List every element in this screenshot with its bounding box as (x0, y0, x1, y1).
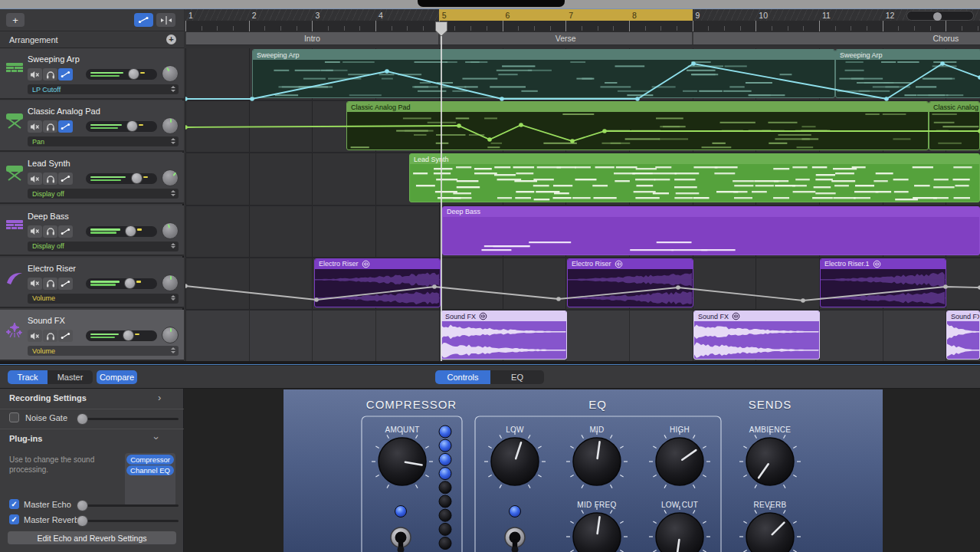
chevron-down-icon[interactable]: › (151, 436, 162, 439)
solo-button[interactable] (43, 68, 57, 80)
track-automation-button[interactable] (58, 68, 73, 80)
volume-slider-thumb[interactable] (123, 330, 134, 341)
knob-high[interactable] (649, 431, 710, 488)
cycle-region[interactable] (439, 9, 693, 21)
track-header-deep-bass[interactable]: Deep Bass Display off (0, 205, 184, 257)
playhead-line[interactable] (441, 21, 442, 362)
catch-playhead-button[interactable] (156, 13, 175, 27)
edit-echo-reverb-button[interactable]: Edit Echo and Reverb Settings (8, 531, 176, 544)
knob-mid[interactable] (566, 431, 628, 488)
knob-amount[interactable] (372, 431, 433, 488)
knob-low[interactable] (484, 431, 546, 488)
volume-slider-thumb[interactable] (131, 172, 143, 184)
window-split-divider[interactable] (0, 361, 980, 365)
solo-button[interactable] (43, 120, 57, 133)
track-header-sound-fx[interactable]: Sound FX Volume (0, 310, 184, 361)
solo-button[interactable] (43, 172, 57, 185)
track-name[interactable]: Lead Synth (28, 159, 70, 168)
show-automation-button[interactable] (134, 13, 153, 27)
automation-parameter-dropdown[interactable]: Pan (28, 136, 179, 146)
mute-button[interactable] (28, 278, 42, 290)
master-reverb-slider[interactable] (80, 520, 179, 522)
track-header-lead-synth[interactable]: Lead Synth Display off (0, 153, 184, 204)
volume-slider-thumb[interactable] (126, 120, 138, 132)
pan-knob[interactable] (162, 169, 179, 186)
noise-gate-slider[interactable] (80, 418, 179, 420)
automation-parameter-dropdown[interactable]: LP Cutoff (28, 84, 179, 94)
chevron-right-icon[interactable]: › (158, 392, 161, 403)
arrangement-section-intro[interactable]: Intro (185, 32, 439, 44)
track-header-sweeping-arp[interactable]: Sweeping Arp LP Cutoff (0, 48, 184, 100)
track-automation-button[interactable] (58, 278, 73, 290)
mute-button[interactable] (28, 225, 42, 238)
track-tab[interactable]: Track (8, 370, 48, 384)
track-header-electro-riser[interactable]: Electro Riser Volume (0, 258, 184, 309)
master-reverb-slider-thumb[interactable] (77, 515, 88, 527)
track-name[interactable]: Deep Bass (28, 212, 69, 221)
volume-slider-thumb[interactable] (125, 225, 136, 237)
automation-curves[interactable] (185, 48, 980, 362)
pan-knob[interactable] (162, 117, 179, 134)
automation-parameter-dropdown[interactable]: Display off (28, 189, 179, 199)
solo-button[interactable] (43, 225, 57, 238)
ruler-ticks[interactable] (185, 21, 980, 31)
track-name[interactable]: Classic Analog Pad (28, 107, 100, 116)
horizontal-zoom-slider[interactable] (906, 11, 974, 21)
mute-button[interactable] (28, 68, 42, 80)
track-automation-button[interactable] (58, 330, 73, 342)
noise-gate-slider-thumb[interactable] (77, 413, 88, 425)
pan-knob[interactable] (162, 65, 179, 82)
volume-slider[interactable] (86, 226, 157, 237)
track-automation-button[interactable] (58, 172, 73, 185)
plugins-label[interactable]: Plug-ins (9, 434, 42, 443)
automation-parameter-dropdown[interactable]: Volume (28, 294, 179, 304)
controls-tab[interactable]: Controls (435, 370, 490, 384)
volume-slider[interactable] (86, 69, 157, 80)
arrangement-section-verse[interactable]: Verse (439, 32, 693, 44)
track-automation-button[interactable] (58, 120, 73, 133)
track-header-classic-analog-pad[interactable]: Classic Analog Pad Pan (0, 100, 184, 152)
master-echo-slider-thumb[interactable] (77, 500, 88, 511)
volume-slider-thumb[interactable] (128, 68, 139, 80)
volume-slider[interactable] (86, 330, 157, 341)
noise-gate-checkbox[interactable] (9, 412, 19, 422)
pan-knob[interactable] (162, 222, 179, 239)
zoom-slider-thumb[interactable] (933, 12, 942, 21)
knob-mid-freq[interactable] (566, 506, 628, 552)
master-echo-slider[interactable] (80, 504, 179, 507)
plugin-channel-eq-button[interactable]: Channel EQ (126, 465, 174, 475)
power-toggle-switch[interactable] (505, 527, 525, 552)
pan-knob[interactable] (162, 327, 179, 343)
volume-slider[interactable] (86, 278, 157, 289)
master-reverb-checkbox[interactable]: ✓ (9, 514, 19, 524)
recording-settings-label[interactable]: Recording Settings (9, 393, 87, 402)
knob-reverb[interactable] (739, 506, 801, 552)
eq-tab[interactable]: EQ (490, 370, 544, 384)
volume-slider[interactable] (86, 121, 157, 132)
compare-button[interactable]: Compare (97, 370, 137, 384)
pan-knob[interactable] (162, 274, 179, 291)
track-name[interactable]: Sweeping Arp (28, 54, 80, 64)
automation-parameter-dropdown[interactable]: Volume (28, 346, 179, 356)
knob-ambience[interactable] (739, 431, 801, 488)
mute-button[interactable] (28, 120, 42, 133)
volume-slider[interactable] (86, 173, 157, 184)
add-track-button[interactable]: + (6, 13, 25, 27)
knob-low-cut[interactable] (649, 506, 710, 552)
automation-parameter-dropdown[interactable]: Display off (28, 242, 179, 251)
track-name[interactable]: Electro Riser (28, 264, 76, 273)
plugin-compressor-button[interactable]: Compressor (126, 455, 174, 465)
volume-slider-thumb[interactable] (124, 278, 136, 289)
solo-button[interactable] (43, 278, 57, 290)
add-arrangement-marker-button[interactable]: + (166, 34, 176, 44)
arrangement-track-header[interactable]: Arrangement + (0, 31, 184, 48)
arrangement-section-chorus[interactable]: Chorus (693, 32, 980, 44)
mute-button[interactable] (28, 330, 42, 342)
track-name[interactable]: Sound FX (28, 316, 65, 325)
power-toggle-switch[interactable] (391, 527, 411, 552)
solo-button[interactable] (43, 330, 57, 342)
track-automation-button[interactable] (58, 225, 73, 238)
playhead-marker[interactable] (435, 21, 447, 37)
master-echo-checkbox[interactable]: ✓ (9, 499, 19, 509)
mute-button[interactable] (28, 172, 42, 185)
